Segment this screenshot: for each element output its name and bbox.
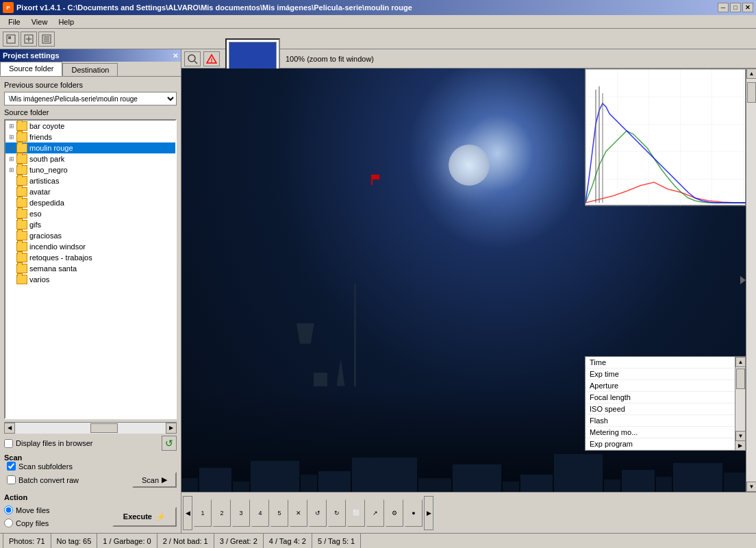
thumb-item-1[interactable]: 1 [194, 499, 212, 527]
thumb-rotate-left-btn[interactable]: ↺ [309, 499, 327, 527]
execute-btn-label: Execute [123, 512, 152, 521]
zoom-button[interactable] [184, 51, 201, 66]
thumb-item-5[interactable]: 5 [270, 499, 288, 527]
minimize-button[interactable]: ─ [718, 3, 729, 12]
tree-item-avatar[interactable]: ⊞ avatar [5, 186, 175, 197]
thumb-prev-btn[interactable]: ◀ [183, 496, 192, 530]
close-button[interactable]: ✕ [742, 3, 753, 12]
title-bar-buttons[interactable]: ─ □ ✕ [718, 3, 753, 12]
tree-item-varios[interactable]: ⊞ varios [5, 274, 175, 285]
thumb-settings-btn[interactable]: ⚙ [386, 499, 403, 527]
scroll-down-btn[interactable]: ▼ [735, 431, 746, 441]
tree-item-tuno-negro[interactable]: ⊞ tuno_negro [5, 164, 175, 175]
metadata-scrollbar[interactable]: ▲ ▼ ▶ [735, 357, 745, 450]
expand-icon: ⊞ [7, 134, 16, 140]
status-tag4: 4 / Tag 4: 2 [264, 534, 312, 548]
display-files-row: Display files in browser [4, 439, 92, 448]
tree-item-semana[interactable]: ⊞ semana santa [5, 263, 175, 274]
tree-item-bar-coyote[interactable]: ⊞ bar coyote [5, 121, 175, 132]
panel-expand-arrow[interactable] [740, 276, 746, 284]
tree-item-eso[interactable]: ⊞ eso [5, 208, 175, 219]
scroll-right-btn[interactable]: ▶ [166, 423, 177, 434]
viewer-scroll-thumb[interactable] [747, 82, 756, 103]
thumb-next-btn[interactable]: ▶ [424, 496, 433, 530]
toolbar-btn-2[interactable] [21, 32, 37, 47]
tree-item-graciosas[interactable]: ⊞ graciosas [5, 230, 175, 241]
tree-item-incendio[interactable]: ⊞ incendio windsor [5, 241, 175, 252]
tree-item-despedida[interactable]: ⊞ despedida [5, 197, 175, 208]
folder-icon [16, 132, 27, 142]
tree-item-gifs[interactable]: ⊞ gifs [5, 219, 175, 230]
meta-exp-time[interactable]: Exp time [585, 369, 745, 380]
scroll-left-btn[interactable]: ◀ [4, 423, 15, 434]
alert-button[interactable]: ! [203, 51, 220, 66]
status-tag5: 5 / Tag 5: 1 [312, 534, 361, 548]
viewer-scroll-down[interactable]: ▼ [746, 482, 756, 492]
display-files-checkbox[interactable] [4, 439, 13, 448]
folder-icon [16, 154, 27, 164]
thumbnail-strip: ◀ 1 2 3 4 5 ✕ ↺ ↻ ⬜ ↗ ⚙ ● ▶ [181, 492, 756, 533]
folder-icon [16, 187, 27, 197]
meta-aperture[interactable]: Aperture [585, 380, 745, 392]
svg-point-9 [188, 55, 195, 62]
scroll-track-v [735, 367, 745, 431]
scan-subfolders-checkbox[interactable] [7, 462, 16, 471]
scan-btn-label: Scan [142, 476, 159, 484]
tab-source-folder[interactable]: Source folder [0, 62, 62, 76]
window-title: Pixort v1.4.1 - C:\Documents and Setting… [16, 3, 412, 12]
toolbar-btn-3[interactable] [38, 32, 55, 47]
folder-tree[interactable]: ⊞ bar coyote ⊞ friends ⊞ moulin rouge ⊞ [4, 119, 177, 419]
copy-files-radio[interactable] [4, 519, 13, 527]
refresh-button[interactable]: ↺ [162, 436, 177, 451]
menu-file[interactable]: File [3, 16, 26, 27]
panel-close-button[interactable]: ✕ [173, 52, 178, 60]
action-section: Action Move files Copy files Execute [4, 493, 177, 529]
thumb-record-btn[interactable]: ● [405, 499, 423, 527]
tree-item-friends[interactable]: ⊞ friends [5, 132, 175, 142]
move-files-radio[interactable] [4, 506, 13, 514]
copy-files-row: Copy files [4, 517, 50, 529]
folder-name: artisticas [29, 177, 59, 185]
tabs: Source folder Destination [0, 62, 181, 77]
menu-help[interactable]: Help [53, 16, 79, 27]
scroll-thumb-v[interactable] [736, 369, 745, 389]
thumb-rotate-right-btn[interactable]: ↻ [328, 499, 346, 527]
tab-destination[interactable]: Destination [62, 63, 118, 76]
execute-button[interactable]: Execute ⚡ [112, 507, 177, 527]
viewer-toolbar: ! 100% (zoom to fit window) [181, 49, 756, 68]
previous-folders-dropdown[interactable]: \Mis imágenes\Pelicula-serie\moulin roug… [4, 92, 177, 105]
tree-item-artisticas[interactable]: ⊞ artisticas [5, 175, 175, 186]
thumb-item-4[interactable]: 4 [251, 499, 269, 527]
menu-view[interactable]: View [26, 16, 53, 27]
thumb-close-btn[interactable]: ✕ [290, 499, 307, 527]
thumb-expand-btn[interactable]: ↗ [366, 499, 384, 527]
toolbar-btn-1[interactable] [3, 32, 19, 47]
svg-rect-1 [8, 36, 11, 39]
meta-iso[interactable]: ISO speed [585, 403, 745, 415]
folder-icon [16, 176, 27, 186]
viewer-scrollbar[interactable]: ▲ ▼ [746, 68, 756, 492]
scroll-thumb[interactable] [90, 423, 118, 433]
tree-item-moulin-rouge[interactable]: ⊞ moulin rouge [5, 142, 175, 153]
scroll-up-btn[interactable]: ▲ [735, 357, 746, 367]
thumb-fit-btn[interactable]: ⬜ [347, 499, 365, 527]
expand-right-btn[interactable]: ▶ [735, 441, 745, 450]
viewer-area[interactable]: Time Exp time Aperture Focal length ISO … [181, 68, 756, 492]
meta-flash[interactable]: Flash [585, 415, 745, 427]
meta-metering[interactable]: Metering mo... [585, 427, 745, 438]
thumb-item-2[interactable]: 2 [213, 499, 231, 527]
batch-convert-checkbox[interactable] [7, 475, 16, 484]
meta-focal-length[interactable]: Focal length [585, 392, 745, 403]
tree-item-south-park[interactable]: ⊞ south park [5, 153, 175, 164]
scan-subfolders-label: Scan subfolders [18, 462, 73, 471]
tree-item-retoques[interactable]: ⊞ retoques - trabajos [5, 252, 175, 263]
viewer-scroll-up[interactable]: ▲ [746, 68, 756, 79]
maximize-button[interactable]: □ [730, 3, 741, 12]
meta-time[interactable]: Time [585, 357, 745, 369]
thumb-item-3[interactable]: 3 [232, 499, 250, 527]
horizontal-scrollbar[interactable]: ◀ ▶ [4, 422, 177, 433]
folder-icon [16, 198, 27, 208]
tower-arch [297, 323, 314, 344]
meta-exp-program[interactable]: Exp program [585, 438, 745, 450]
scan-button[interactable]: Scan ▶ [132, 472, 177, 488]
